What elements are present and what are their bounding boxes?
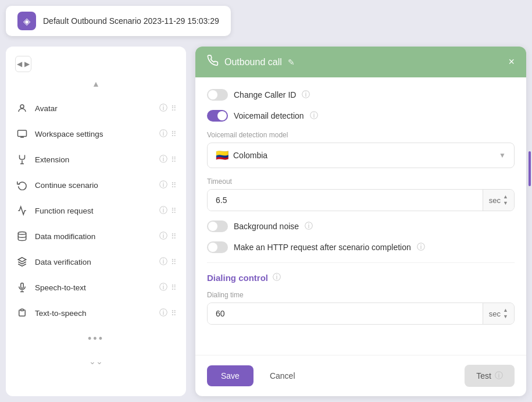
voicemail-toggle[interactable] [207,110,228,122]
sidebar-scroll-up[interactable]: ▲ [6,74,186,95]
http-request-row: Make an HTTP request after scenario comp… [207,241,515,253]
voicemail-model-value: Colombia [233,151,494,160]
drag-handle-stt[interactable]: ⠿ [171,283,177,292]
drag-handle-function[interactable]: ⠿ [171,207,177,215]
section-divider [207,262,515,263]
svg-point-0 [20,105,24,108]
drag-handle-tts[interactable]: ⠿ [171,309,177,318]
sidebar-item-extension[interactable]: Extension ⓘ ⠿ [6,147,186,172]
app-icon: ◈ [17,12,36,30]
test-button[interactable]: Test ⓘ [465,365,515,387]
drag-handle-continue[interactable]: ⠿ [171,181,177,190]
sidebar-collapse-button[interactable]: ◀ ▶ [15,56,31,72]
tts-icon [15,306,29,320]
timeout-down-icon[interactable]: ▼ [503,201,508,206]
info-icon-data-mod[interactable]: ⓘ [159,231,167,241]
outbound-call-card: Outbound call ✎ × Change Caller ID ⓘ Voi… [195,47,526,396]
info-icon-extension[interactable]: ⓘ [159,154,167,165]
cancel-button[interactable]: Cancel [260,365,305,386]
sidebar-label-workspace: Workspace settings [35,130,159,138]
caller-id-toggle[interactable] [207,89,228,101]
avatar-icon [15,101,29,115]
sidebar-label-continue: Continue scenario [35,181,159,190]
voicemail-model-label: Voicemail detection model [207,131,515,139]
right-panel: Outbound call ✎ × Change Caller ID ⓘ Voi… [195,47,526,396]
sidebar-item-workspace-settings[interactable]: Workspace settings ⓘ ⠿ [6,121,186,147]
outbound-title: Outbound call [224,57,282,67]
timeout-section: Timeout sec ▲ ▼ [207,177,515,211]
outbound-header-left: Outbound call ✎ [207,55,295,69]
outbound-edit-icon[interactable]: ✎ [288,58,295,67]
http-request-label: Make an HTTP request after scenario comp… [234,243,411,252]
dialing-time-stepper[interactable]: ▲ ▼ [503,308,508,319]
main-container: ◀ ▶ ▲ Avatar ⓘ ⠿ Workspace settings ⓘ ⠿ … [6,47,526,396]
title-bar: ◈ Default Outbound Scenario 2023-11-29 1… [6,6,231,36]
dialing-header: Dialing control ⓘ [207,272,515,283]
drag-handle-workspace[interactable]: ⠿ [171,130,177,138]
dialing-time-input[interactable] [208,303,483,324]
outbound-close-button[interactable]: × [508,56,515,68]
info-icon-data-ver[interactable]: ⓘ [159,257,167,267]
svg-rect-3 [21,283,24,289]
test-button-label: Test [476,371,491,380]
timeout-unit-label: sec [489,196,501,205]
workspace-icon [15,127,29,141]
background-noise-info-icon[interactable]: ⓘ [305,221,313,232]
sidebar: ◀ ▶ ▲ Avatar ⓘ ⠿ Workspace settings ⓘ ⠿ … [6,47,186,396]
drag-handle-extension[interactable]: ⠿ [171,155,177,164]
background-noise-row: Background noise ⓘ [207,220,515,232]
info-icon-avatar[interactable]: ⓘ [159,103,167,113]
sidebar-item-text-to-speech[interactable]: Text-to-speech ⓘ ⠿ [6,300,186,326]
drag-handle-avatar[interactable]: ⠿ [171,104,177,113]
sidebar-label-function: Function request [35,207,159,215]
sidebar-item-function-request[interactable]: Function request ⓘ ⠿ [6,198,186,223]
timeout-up-icon[interactable]: ▲ [503,194,508,200]
continue-icon [15,178,29,192]
caller-id-info-icon[interactable]: ⓘ [302,90,310,100]
sidebar-item-speech-to-text[interactable]: Speech-to-text ⓘ ⠿ [6,275,186,300]
sidebar-label-avatar: Avatar [35,104,159,113]
info-icon-workspace[interactable]: ⓘ [159,129,167,139]
function-icon [15,204,29,218]
dialing-info-icon[interactable]: ⓘ [273,272,281,283]
http-request-toggle[interactable] [207,241,228,253]
voicemail-model-select[interactable]: 🇨🇴 Colombia ▼ [207,143,515,168]
info-icon-function[interactable]: ⓘ [159,205,167,216]
svg-point-2 [18,232,26,235]
data-ver-icon [15,255,29,269]
background-noise-label: Background noise [234,222,299,231]
drag-handle-data-ver[interactable]: ⠿ [171,258,177,266]
dialing-time-input-row: sec ▲ ▼ [207,303,515,325]
dialing-down-icon[interactable]: ▼ [503,314,508,319]
info-icon-continue[interactable]: ⓘ [159,180,167,190]
sidebar-scroll-down[interactable]: ⌄⌄ [6,352,186,371]
drag-handle-data-mod[interactable]: ⠿ [171,232,177,241]
voicemail-info-icon[interactable]: ⓘ [310,111,318,121]
scroll-indicator [529,151,531,186]
outbound-header: Outbound call ✎ × [195,47,526,77]
test-info-icon[interactable]: ⓘ [495,371,503,381]
outbound-body: Change Caller ID ⓘ Voicemail detection ⓘ… [195,77,526,355]
dialing-time-label: Dialing time [207,291,515,299]
sidebar-item-data-verification[interactable]: Data verification ⓘ ⠿ [6,249,186,275]
save-button[interactable]: Save [207,365,253,386]
timeout-input[interactable] [208,190,483,211]
dialing-title: Dialing control [207,273,268,283]
info-icon-tts[interactable]: ⓘ [159,308,167,318]
timeout-stepper[interactable]: ▲ ▼ [503,194,508,206]
caller-id-row: Change Caller ID ⓘ [207,89,515,101]
sidebar-more-items[interactable]: ••• [6,326,186,352]
http-request-info-icon[interactable]: ⓘ [417,242,425,252]
sidebar-item-avatar[interactable]: Avatar ⓘ ⠿ [6,95,186,121]
sidebar-label-extension: Extension [35,155,159,164]
outbound-footer: Save Cancel Test ⓘ [195,355,526,396]
sidebar-item-continue-scenario[interactable]: Continue scenario ⓘ ⠿ [6,172,186,198]
svg-rect-4 [21,309,24,311]
data-mod-icon [15,229,29,243]
sidebar-item-data-modification[interactable]: Data modification ⓘ ⠿ [6,223,186,249]
sidebar-label-data-mod: Data modification [35,232,159,241]
dialing-up-icon[interactable]: ▲ [503,308,508,313]
background-noise-toggle[interactable] [207,220,228,232]
voicemail-model-section: Voicemail detection model 🇨🇴 Colombia ▼ [207,131,515,168]
info-icon-stt[interactable]: ⓘ [159,282,167,293]
